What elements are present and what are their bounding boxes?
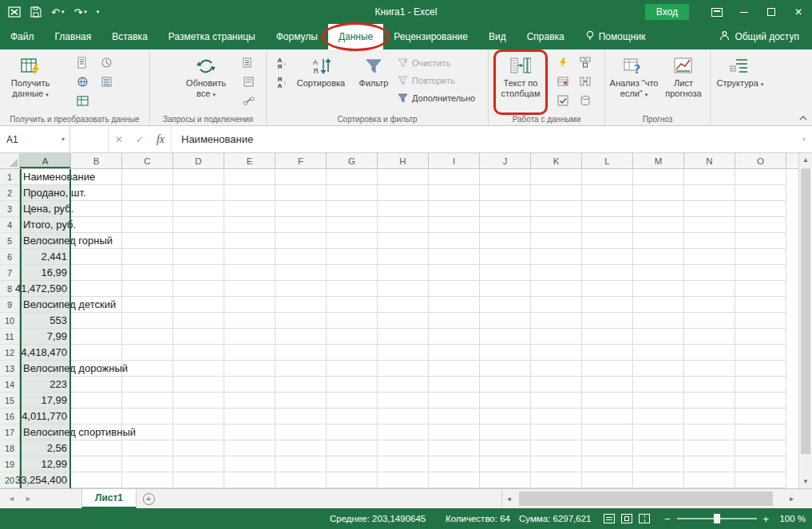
share-button[interactable]: Общий доступ — [719, 24, 812, 49]
cell-M12[interactable] — [633, 345, 684, 361]
cell-A9[interactable]: Велосипед детский — [20, 297, 71, 313]
row-header-14[interactable]: 14 — [0, 377, 20, 393]
cell-E5[interactable] — [224, 233, 275, 249]
cell-G16[interactable] — [327, 409, 378, 424]
cell-B14[interactable] — [71, 377, 122, 393]
cell-O16[interactable] — [735, 409, 786, 424]
cell-M6[interactable] — [633, 249, 684, 265]
cell-F19[interactable] — [275, 456, 327, 472]
cell-D2[interactable] — [173, 185, 224, 201]
cell-G13[interactable] — [327, 361, 378, 377]
cell-A2[interactable]: Продано, шт. — [20, 185, 71, 201]
cell-M20[interactable] — [633, 472, 684, 488]
cell-L20[interactable] — [582, 472, 633, 488]
cell-G15[interactable] — [327, 393, 378, 409]
column-header-I[interactable]: I — [429, 153, 480, 168]
cell-L12[interactable] — [582, 345, 633, 361]
cell-K15[interactable] — [531, 393, 582, 409]
cell-I6[interactable] — [429, 249, 480, 265]
cell-K1[interactable] — [531, 169, 582, 185]
tab-file[interactable]: Файл — [0, 24, 45, 49]
cell-A14[interactable]: 223 — [20, 377, 71, 393]
manage-data-model-button[interactable] — [576, 93, 594, 109]
cell-I4[interactable] — [429, 217, 480, 233]
cell-G1[interactable] — [327, 169, 378, 185]
cell-H1[interactable] — [378, 169, 429, 185]
cell-K7[interactable] — [531, 265, 582, 281]
cell-O7[interactable] — [735, 265, 786, 281]
filter-button[interactable]: Фильтр — [348, 51, 399, 113]
cell-G4[interactable] — [327, 217, 378, 233]
cell-K20[interactable] — [531, 472, 582, 488]
cell-G11[interactable] — [327, 329, 378, 345]
cell-F6[interactable] — [275, 249, 327, 265]
tab-formulas[interactable]: Формулы — [266, 24, 328, 49]
save-button[interactable] — [30, 6, 42, 18]
cell-O8[interactable] — [735, 281, 786, 297]
cell-N10[interactable] — [684, 313, 735, 329]
cell-N2[interactable] — [684, 185, 735, 201]
cell-K10[interactable] — [531, 313, 582, 329]
properties-button[interactable] — [240, 73, 257, 89]
flash-fill-button[interactable] — [554, 54, 572, 70]
cell-N13[interactable] — [684, 361, 735, 377]
cell-O4[interactable] — [735, 217, 786, 233]
cell-K17[interactable] — [531, 424, 582, 440]
cell-E15[interactable] — [224, 393, 275, 409]
horizontal-scroll-track[interactable] — [516, 489, 785, 508]
cell-G12[interactable] — [327, 345, 378, 361]
zoom-slider[interactable] — [677, 518, 757, 519]
customize-qat-button[interactable]: ▾ — [97, 9, 100, 15]
cell-C12[interactable] — [122, 345, 173, 361]
cell-A11[interactable]: 7,99 — [20, 329, 71, 345]
cell-M1[interactable] — [633, 169, 684, 185]
column-header-C[interactable]: C — [122, 153, 173, 168]
scroll-left-button[interactable]: ◄ — [502, 495, 516, 503]
cell-H15[interactable] — [378, 393, 429, 409]
cell-O2[interactable] — [735, 185, 786, 201]
signin-button[interactable]: Вход — [645, 4, 689, 20]
cell-D18[interactable] — [173, 440, 224, 456]
cell-O11[interactable] — [735, 329, 786, 345]
what-if-analysis-button[interactable]: ? Анализ "что если" ▾ — [608, 51, 660, 113]
cell-E1[interactable] — [224, 169, 275, 185]
cell-H8[interactable] — [378, 281, 429, 297]
cell-E11[interactable] — [224, 329, 275, 345]
cell-N18[interactable] — [684, 440, 735, 456]
cell-N17[interactable] — [684, 424, 735, 440]
cell-N4[interactable] — [684, 217, 735, 233]
cell-E8[interactable] — [224, 281, 275, 297]
cell-C4[interactable] — [122, 217, 173, 233]
cell-A13[interactable]: Велосипед дорожный — [20, 361, 71, 377]
cell-K18[interactable] — [531, 440, 582, 456]
ribbon-display-options-button[interactable] — [703, 0, 731, 24]
cell-O3[interactable] — [735, 201, 786, 217]
cell-D11[interactable] — [173, 329, 224, 345]
cell-G19[interactable] — [327, 456, 378, 472]
cell-I12[interactable] — [429, 345, 480, 361]
cell-A1[interactable]: Наименование — [20, 169, 71, 185]
data-validation-button[interactable] — [554, 93, 572, 109]
redo-button[interactable]: ↷▾ — [73, 6, 86, 18]
cell-D19[interactable] — [173, 456, 224, 472]
cell-H6[interactable] — [378, 249, 429, 265]
cell-N7[interactable] — [684, 265, 735, 281]
cell-H10[interactable] — [378, 313, 429, 329]
cell-A7[interactable]: 16,99 — [20, 265, 71, 281]
cell-D12[interactable] — [173, 345, 224, 361]
confirm-entry-button[interactable]: ✓ — [129, 126, 150, 152]
cell-J6[interactable] — [480, 249, 531, 265]
cell-I10[interactable] — [429, 313, 480, 329]
cell-J18[interactable] — [480, 440, 531, 456]
cell-D15[interactable] — [173, 393, 224, 409]
cell-F10[interactable] — [275, 313, 327, 329]
cell-L13[interactable] — [582, 361, 633, 377]
cell-J13[interactable] — [480, 361, 531, 377]
cell-H13[interactable] — [378, 361, 429, 377]
cell-K6[interactable] — [531, 249, 582, 265]
cell-L17[interactable] — [582, 424, 633, 440]
vertical-scrollbar[interactable]: ▲ ▼ — [798, 153, 812, 488]
select-all-button[interactable] — [0, 153, 20, 168]
cell-N5[interactable] — [684, 233, 735, 249]
cell-L15[interactable] — [582, 393, 633, 409]
